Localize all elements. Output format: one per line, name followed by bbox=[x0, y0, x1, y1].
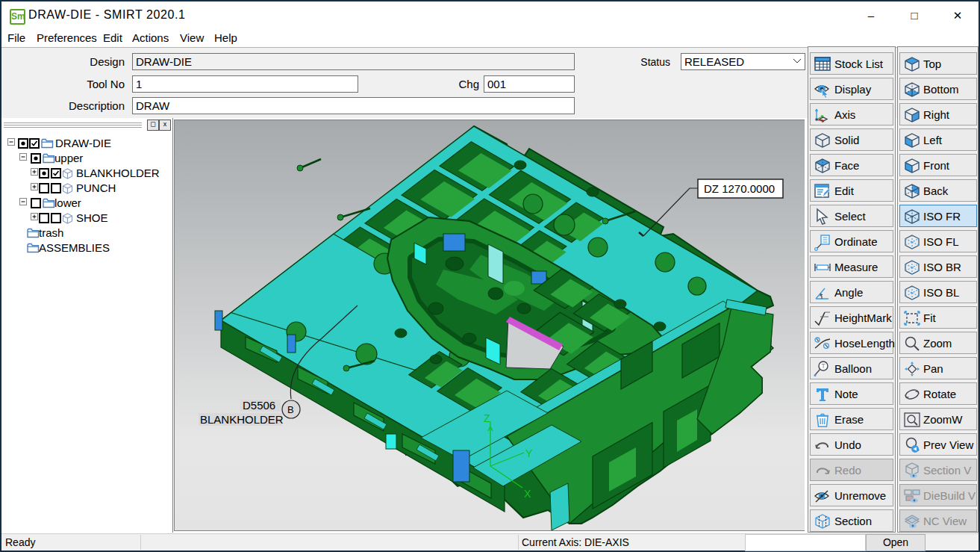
svg-text:X: X bbox=[524, 488, 531, 500]
svg-text:Z: Z bbox=[484, 412, 490, 424]
svg-text:DZ 1270.0000: DZ 1270.0000 bbox=[704, 182, 775, 195]
svg-text:BLANKHOLDER: BLANKHOLDER bbox=[200, 413, 284, 426]
svg-text:D5506: D5506 bbox=[243, 399, 275, 412]
svg-text:B: B bbox=[287, 404, 294, 415]
svg-text:T: T bbox=[821, 362, 825, 370]
svg-text:Y: Y bbox=[525, 447, 533, 459]
